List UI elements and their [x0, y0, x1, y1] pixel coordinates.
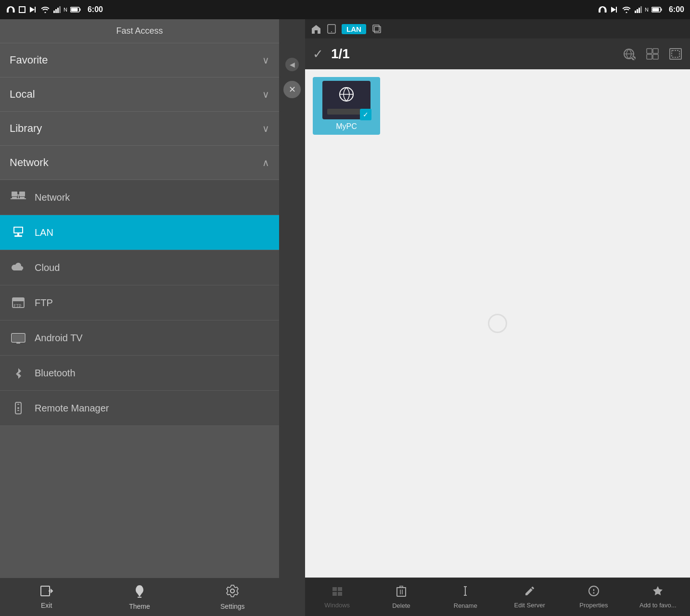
sidebar-item-cloud[interactable]: Cloud	[0, 250, 279, 285]
svg-rect-36	[17, 410, 19, 411]
tv-icon	[10, 329, 27, 346]
status-bar-right: N 6:00	[279, 0, 690, 19]
svg-rect-20	[18, 198, 26, 199]
rename-icon	[460, 585, 471, 600]
sidebar-item-network-header[interactable]: Network ∧	[0, 146, 279, 180]
theme-icon	[134, 584, 145, 601]
right-top-bar: LAN	[305, 19, 690, 38]
svg-rect-15	[12, 192, 17, 196]
svg-rect-4	[59, 6, 61, 13]
rename-button[interactable]: Rename	[434, 578, 498, 616]
lan-badge[interactable]: LAN	[342, 24, 366, 34]
file-item-mypc[interactable]: ✓ MyPC	[313, 77, 380, 135]
loading-spinner	[488, 314, 507, 333]
exit-icon	[40, 585, 53, 600]
svg-rect-26	[14, 235, 22, 237]
add-to-favorites-button[interactable]: Add to favo...	[626, 578, 690, 616]
windows-icon	[332, 585, 343, 600]
content-area: ✓ MyPC	[305, 69, 690, 578]
select-all-icon-btn[interactable]	[669, 48, 682, 60]
file-icon-container: ✓	[322, 81, 371, 119]
bottom-bar-right: Windows Delete Rename	[305, 578, 690, 616]
delete-button[interactable]: Delete	[369, 578, 433, 616]
svg-point-40	[331, 31, 332, 32]
sidebar-item-ftp[interactable]: FTP FTP	[0, 285, 279, 321]
top-bar-icons: LAN	[311, 24, 383, 34]
svg-rect-9	[637, 9, 638, 13]
ftp-label: FTP	[35, 297, 53, 308]
square-icon-left	[18, 6, 26, 13]
svg-rect-38	[138, 597, 141, 598]
library-label: Library	[10, 122, 42, 135]
copy-icon[interactable]	[372, 24, 383, 34]
chevron-up-icon: ∧	[262, 157, 269, 168]
network-icon	[10, 189, 27, 206]
sidebar-item-android-tv[interactable]: Android TV	[0, 321, 279, 356]
star-icon	[652, 585, 664, 600]
home-icon[interactable]	[311, 24, 321, 34]
nfc-icon-left: N	[64, 7, 67, 13]
exit-label: Exit	[41, 602, 52, 609]
svg-rect-52	[332, 587, 337, 591]
svg-rect-13	[661, 9, 662, 11]
headphones-icon-left	[6, 6, 15, 13]
left-status-icons: N 6:00	[6, 5, 103, 14]
right-panel: LAN ✓ 1/1	[305, 19, 690, 616]
svg-rect-31	[13, 334, 24, 341]
globe-file-icon	[333, 86, 360, 107]
sidebar-item-local[interactable]: Local ∨	[0, 77, 279, 112]
file-name-label: MyPC	[336, 122, 357, 131]
sidebar-item-network[interactable]: Network	[0, 180, 279, 215]
remote-manager-label: Remote Manager	[35, 403, 109, 414]
svg-rect-17	[11, 198, 18, 199]
svg-rect-6	[79, 9, 80, 11]
bluetooth-icon	[10, 364, 27, 382]
svg-rect-8	[635, 11, 636, 13]
sidebar-item-remote-manager[interactable]: Remote Manager	[0, 391, 279, 426]
tablet-icon[interactable]	[327, 24, 336, 34]
sidebar-item-lan[interactable]: LAN	[0, 215, 279, 250]
sidebar-item-library[interactable]: Library ∨	[0, 112, 279, 146]
svg-point-35	[17, 407, 19, 409]
edit-server-button[interactable]: Edit Server	[498, 578, 562, 616]
svg-rect-3	[57, 8, 59, 13]
battery-icon-right	[652, 7, 662, 13]
theme-button[interactable]: Theme	[93, 578, 186, 616]
close-button[interactable]: ✕	[283, 81, 301, 98]
skip-icon-left	[29, 6, 38, 13]
chevron-down-icon: ∨	[262, 123, 269, 134]
svg-rect-21	[17, 194, 19, 195]
time-right: 6:00	[669, 5, 684, 14]
cloud-label: Cloud	[35, 262, 60, 273]
status-bar: N 6:00	[0, 0, 690, 19]
collapse-button[interactable]: ◀	[285, 58, 299, 71]
settings-button[interactable]: Settings	[186, 578, 279, 616]
svg-rect-7	[71, 8, 77, 12]
sidebar-item-bluetooth[interactable]: Bluetooth	[0, 356, 279, 391]
svg-rect-42	[373, 25, 379, 31]
sidebar-item-favorite[interactable]: Favorite ∨	[0, 43, 279, 77]
local-label: Local	[10, 88, 35, 101]
right-file-header: ✓ 1/1	[305, 38, 690, 69]
grid-icon[interactable]	[646, 48, 659, 60]
lan-icon	[10, 224, 27, 241]
settings-icon	[226, 584, 239, 601]
svg-rect-54	[332, 592, 337, 596]
main-container: Fast Access Favorite ∨ Local ∨ Library ∨…	[0, 19, 690, 616]
properties-button[interactable]: Properties	[562, 578, 626, 616]
nfc-icon-right: N	[645, 7, 649, 13]
svg-rect-47	[647, 54, 652, 59]
windows-label: Windows	[324, 602, 350, 609]
lan-label: LAN	[35, 227, 53, 238]
svg-rect-41	[374, 26, 381, 33]
search-globe-icon[interactable]	[623, 48, 636, 60]
left-panel: Fast Access Favorite ∨ Local ∨ Library ∨…	[0, 19, 279, 616]
svg-rect-11	[640, 6, 642, 13]
svg-rect-14	[652, 8, 659, 12]
add-to-favorites-label: Add to favo...	[639, 602, 677, 609]
selected-badge: ✓	[360, 109, 371, 120]
svg-rect-18	[19, 192, 25, 196]
select-all-icon[interactable]: ✓	[313, 47, 323, 62]
exit-button[interactable]: Exit	[0, 578, 93, 616]
android-tv-label: Android TV	[35, 333, 83, 344]
